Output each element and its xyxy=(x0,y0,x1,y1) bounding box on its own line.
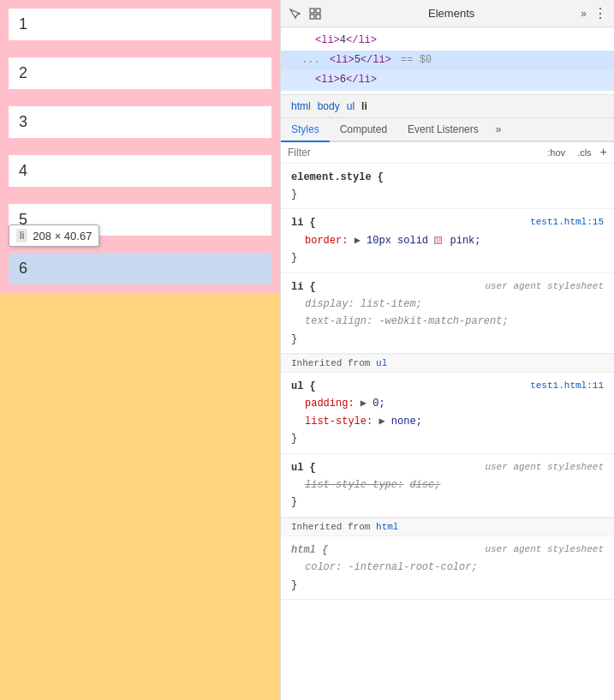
tree-line-li5[interactable]: ... <li>5</li> == $0 xyxy=(281,51,614,70)
svg-rect-1 xyxy=(316,9,320,13)
inherited-tag-html[interactable]: html xyxy=(376,522,398,532)
rule-selector-element-style: element.style { xyxy=(291,169,604,186)
rule-prop-display: display: list-item; xyxy=(291,296,604,313)
inherited-from-html: Inherited from html xyxy=(281,518,614,536)
rule-ul-ua: ul { user agent stylesheet list-style-ty… xyxy=(281,454,614,518)
tab-event-listeners[interactable]: Event Listeners xyxy=(397,118,489,142)
breadcrumb: html body ul li xyxy=(281,95,614,118)
svg-rect-0 xyxy=(310,9,314,13)
rule-prop-list-style-type: list-style-type: disc; xyxy=(291,476,604,494)
list-items: 1 2 3 4 5 6 xyxy=(0,0,280,293)
padding-expand-arrow[interactable]: ▶ xyxy=(361,398,367,410)
filter-actions: :hov .cls + xyxy=(544,146,607,159)
rule-ul-custom: ul { test1.html:11 padding: ▶ 0; list-st… xyxy=(281,373,614,454)
cursor-icon[interactable] xyxy=(288,7,301,21)
rule-prop-border: border: ▶ 10px solid pink; xyxy=(291,232,604,249)
devtools-menu-button[interactable]: ⋮ xyxy=(593,5,607,21)
rule-prop-text-align: text-align: -webkit-match-parent; xyxy=(291,313,604,330)
breadcrumb-ul[interactable]: ul xyxy=(343,99,358,114)
list-item-4[interactable]: 4 xyxy=(0,147,280,195)
color-swatch-pink[interactable] xyxy=(434,236,442,244)
rule-header-ul-custom: ul { test1.html:11 xyxy=(291,378,604,395)
filter-input[interactable] xyxy=(288,147,537,159)
rule-li-ua: li { user agent stylesheet display: list… xyxy=(281,273,614,355)
html-tree: <li>4</li> ... <li>5</li> == $0 <li>6</l… xyxy=(281,27,614,95)
filter-bar: :hov .cls + xyxy=(281,142,614,164)
list-item-2[interactable]: 2 xyxy=(0,49,280,98)
more-tabs-button[interactable]: » xyxy=(581,8,587,20)
breadcrumb-html[interactable]: html xyxy=(288,99,314,114)
rule-header-li-ua: li { user agent stylesheet xyxy=(291,278,604,296)
list-item-1[interactable]: 1 xyxy=(0,0,280,49)
devtools-panel: Elements » ⋮ <li>4</li> ... <li>5</li> =… xyxy=(280,0,614,700)
rule-prop-padding: padding: ▶ 0; xyxy=(291,395,604,412)
ua-label-ul: user agent stylesheet xyxy=(485,459,604,476)
ellipsis: ... xyxy=(301,54,320,66)
list-style-expand-arrow[interactable]: ▶ xyxy=(379,416,384,428)
rule-prop-list-style: list-style: ▶ none; xyxy=(291,413,604,430)
rule-source-ul-custom[interactable]: test1.html:11 xyxy=(530,378,604,394)
rule-close-html-ua: } xyxy=(291,577,604,594)
devtools-header: Elements » ⋮ xyxy=(281,0,614,27)
rule-source-li-border[interactable]: test1.html:15 xyxy=(530,214,604,230)
rule-header-ul-ua: ul { user agent stylesheet xyxy=(291,459,604,476)
rule-prop-color: color: -internal-root-color; xyxy=(291,559,604,576)
list-item-6[interactable]: 6 xyxy=(0,244,280,293)
element-tooltip: li 208 × 40.67 xyxy=(9,224,99,247)
border-expand-arrow[interactable]: ▶ xyxy=(355,235,361,247)
rule-close-ul-ua: } xyxy=(291,494,604,511)
tooltip-size: 208 × 40.67 xyxy=(33,230,92,242)
left-panel: 1 2 3 4 5 6 li 208 × 40.67 xyxy=(0,0,280,700)
svg-rect-3 xyxy=(316,15,320,19)
rule-header-html-ua: html { user agent stylesheet xyxy=(291,541,604,559)
rule-close-li-border: } xyxy=(291,249,604,266)
tab-styles[interactable]: Styles xyxy=(281,118,330,142)
inherited-tag-ul[interactable]: ul xyxy=(376,358,387,368)
cls-button[interactable]: .cls xyxy=(574,146,595,159)
ua-label-li: user agent stylesheet xyxy=(485,278,604,295)
rule-element-style: element.style { } xyxy=(281,164,614,210)
rule-close-ul-custom: } xyxy=(291,430,604,447)
styles-panel: :hov .cls + element.style { } li { test1… xyxy=(281,142,614,700)
ua-label-html: user agent stylesheet xyxy=(485,541,604,558)
tooltip-tag: li xyxy=(16,229,27,242)
rule-html-ua: html { user agent stylesheet color: -int… xyxy=(281,536,614,600)
list-item-3[interactable]: 3 xyxy=(0,98,280,147)
svg-rect-2 xyxy=(310,15,314,19)
breadcrumb-body[interactable]: body xyxy=(314,99,343,114)
add-style-button[interactable]: + xyxy=(600,146,607,159)
tree-line-li6[interactable]: <li>6</li> xyxy=(281,70,614,90)
devtools-title: Elements xyxy=(329,7,574,20)
rule-header-li-border: li { test1.html:15 xyxy=(291,214,604,231)
tag-open: <li> xyxy=(315,34,340,46)
tab-computed[interactable]: Computed xyxy=(330,118,397,142)
rule-close-li-ua: } xyxy=(291,331,604,348)
inherited-from-ul: Inherited from ul xyxy=(281,354,614,373)
inspector-icon[interactable] xyxy=(308,7,322,21)
devtools-tabs: Styles Computed Event Listeners » xyxy=(281,118,614,142)
rule-close-element-style: } xyxy=(291,186,604,203)
tree-line-li4[interactable]: <li>4</li> xyxy=(281,31,614,51)
rule-li-border: li { test1.html:15 border: ▶ 10px solid … xyxy=(281,209,614,272)
breadcrumb-li[interactable]: li xyxy=(358,99,371,114)
tab-more-button[interactable]: » xyxy=(489,118,509,141)
selected-marker: == $0 xyxy=(401,54,432,66)
hov-button[interactable]: :hov xyxy=(544,146,569,159)
